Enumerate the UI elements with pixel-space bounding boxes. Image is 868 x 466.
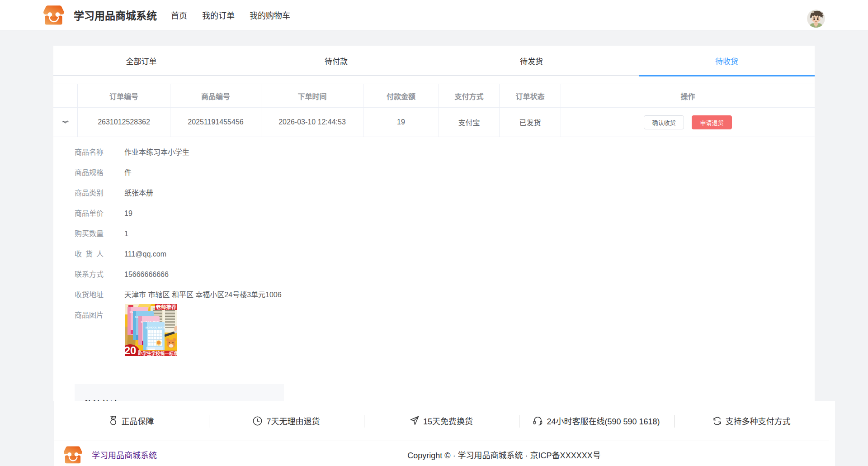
svg-text:老师推荐: 老师推荐 <box>156 304 177 310</box>
svg-text:装: 装 <box>137 352 141 356</box>
svg-text:SCHOOL MATE: SCHOOL MATE <box>145 326 165 329</box>
svg-text:20: 20 <box>125 344 136 356</box>
svg-text:小学生学校统一标准: 小学生学校统一标准 <box>138 351 177 356</box>
